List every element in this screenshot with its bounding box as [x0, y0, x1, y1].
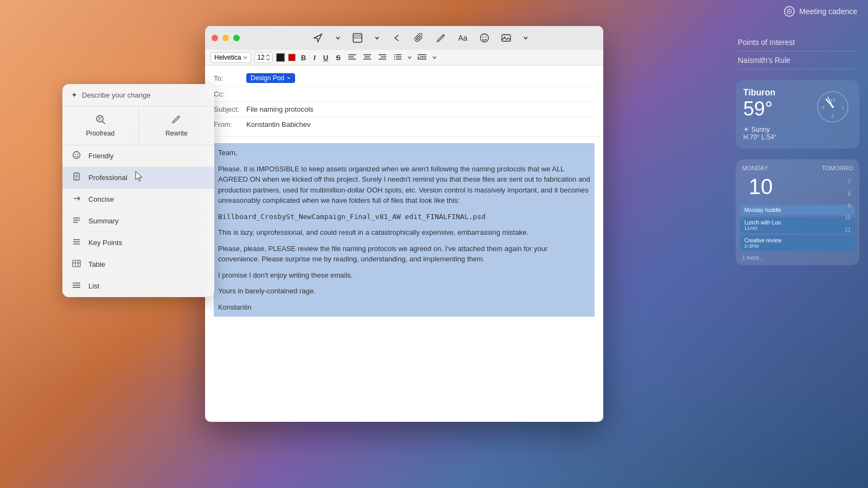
font-size-control[interactable]: 12 [254, 52, 272, 63]
svg-point-23 [394, 59, 395, 60]
proofread-button[interactable]: Proofread [62, 106, 139, 145]
image-button[interactable] [499, 31, 513, 45]
concise-icon [71, 194, 82, 204]
minimize-button[interactable] [222, 35, 229, 41]
proofread-icon [95, 114, 106, 127]
ai-menu-item-professional[interactable]: Professional [62, 167, 214, 189]
creative-label: Creative review [744, 237, 782, 243]
weather-city: Tiburon [743, 88, 775, 98]
svg-text:9: 9 [822, 105, 825, 110]
poi-item-1[interactable]: Points of Interest [738, 34, 857, 52]
align-left-button[interactable] [346, 53, 358, 63]
ai-menu-item-keypoints[interactable]: Key Points [62, 232, 214, 254]
email-para-6: Yours in barely-contained rage. [218, 286, 590, 297]
rewrite-label: Rewrite [165, 130, 188, 137]
lunch-time: 11AM [744, 226, 851, 231]
mail-body[interactable]: Team, Please. It is IMPOSSIBLE to keep a… [205, 137, 603, 422]
attachment-button[interactable] [412, 31, 426, 45]
svg-line-29 [102, 121, 105, 124]
strikethrough-button[interactable]: S [334, 53, 343, 63]
weather-widget[interactable]: Tiburon 59° 12 3 6 9 [736, 80, 859, 149]
ai-action-row: Proofread Rewrite [62, 106, 214, 145]
email-selected-content: Team, Please. It is IMPOSSIBLE to keep a… [214, 143, 595, 317]
svg-point-19 [394, 54, 395, 55]
layout-button[interactable] [350, 31, 365, 45]
underline-button[interactable]: U [321, 53, 330, 63]
ai-header[interactable]: ✦ Describe your change [62, 84, 214, 106]
mail-window: Aa Helveti [205, 26, 603, 422]
svg-point-7 [485, 37, 486, 38]
clock-widget: 12 3 6 9 [816, 91, 849, 123]
text-color-picker[interactable] [276, 53, 285, 62]
weather-hl: H:70° L:54° [743, 133, 777, 141]
proofread-label: Proofread [86, 130, 114, 137]
to-recipient-name: Design Pod [251, 74, 284, 82]
to-recipient-badge[interactable]: Design Pod [246, 73, 295, 83]
friendly-icon [71, 151, 82, 161]
cc-label: Cc: [214, 90, 246, 98]
maximize-button[interactable] [233, 35, 240, 41]
calendar-event-creative[interactable]: Creative review 2-3PM [740, 235, 855, 251]
poi-item-2[interactable]: Naismith's Rule [738, 52, 857, 69]
back-button[interactable] [390, 30, 405, 46]
ai-sparkle-icon: ✦ [71, 91, 78, 99]
close-button[interactable] [212, 35, 218, 41]
subject-value[interactable]: File naming protocols [246, 105, 314, 113]
calendar-widget[interactable]: MONDAY TOMORRO 10 7 8 9 10 11 Monday hud… [736, 159, 859, 265]
font-name: Helvetica [214, 54, 241, 61]
list-label: List [88, 282, 99, 290]
svg-point-34 [73, 152, 80, 159]
summary-label: Summary [88, 217, 119, 225]
indent-options[interactable] [432, 55, 437, 60]
ai-menu-item-summary[interactable]: Summary [62, 210, 214, 232]
formatting-toolbar: Helvetica 12 A B I U S [205, 50, 603, 66]
font-button[interactable]: Aa [456, 31, 469, 44]
layout-options-button[interactable] [372, 33, 382, 43]
from-label: From: [214, 120, 246, 129]
mail-fields: To: Design Pod Cc: Subject: File naming … [205, 66, 603, 137]
list-icon [71, 281, 82, 291]
font-selector[interactable]: Helvetica [210, 52, 251, 63]
monday-huddle-label: Monday huddle [744, 207, 781, 213]
highlight-color-picker[interactable]: A [288, 54, 296, 61]
summary-icon [71, 216, 82, 226]
svg-point-36 [78, 154, 79, 155]
professional-label: Professional [88, 174, 127, 182]
svg-point-6 [482, 37, 483, 38]
email-para-0: Team, [218, 147, 590, 158]
send-button[interactable] [310, 30, 326, 46]
ai-menu-item-table[interactable]: Table [62, 254, 214, 275]
compose-button[interactable] [434, 31, 448, 45]
send-options-button[interactable] [333, 33, 343, 43]
friendly-label: Friendly [88, 152, 113, 160]
italic-button[interactable]: I [311, 53, 318, 63]
rewrite-icon [171, 114, 182, 127]
ai-menu-item-friendly[interactable]: Friendly [62, 145, 214, 167]
list-button[interactable] [392, 53, 404, 63]
indent-button[interactable] [416, 53, 429, 63]
calendar-tomorrow-label: TOMORRO [822, 165, 853, 171]
image-options-button[interactable] [521, 33, 531, 43]
font-size-value: 12 [257, 54, 264, 61]
keypoints-label: Key Points [88, 239, 122, 247]
email-para-4: Please, please, PLEASE review the file n… [218, 243, 590, 265]
svg-point-64 [832, 106, 834, 108]
bold-button[interactable]: B [299, 53, 308, 63]
window-titlebar: Aa [205, 26, 603, 50]
table-label: Table [88, 260, 105, 268]
calendar-day-label: MONDAY [742, 165, 768, 171]
svg-text:6: 6 [832, 114, 834, 119]
from-field-row: From: Konstantin Babichev [214, 117, 595, 132]
cc-field-row: Cc: [214, 87, 595, 102]
list-options[interactable] [407, 55, 412, 60]
email-para-5: I promise I don't enjoy writing these em… [218, 270, 590, 281]
align-right-button[interactable] [376, 53, 388, 63]
ai-menu-item-concise[interactable]: Concise [62, 189, 214, 210]
right-sidebar: Points of Interest Naismith's Rule Tibur… [727, 0, 868, 488]
ai-menu-item-list[interactable]: List [62, 275, 214, 297]
align-center-button[interactable] [361, 53, 373, 63]
calendar-event-monday-huddle[interactable]: Monday huddle [740, 205, 855, 215]
rewrite-button[interactable]: Rewrite [139, 106, 215, 145]
calendar-event-lunch[interactable]: Lunch with Lou 11AM [740, 217, 855, 233]
emoji-button[interactable] [477, 31, 492, 45]
